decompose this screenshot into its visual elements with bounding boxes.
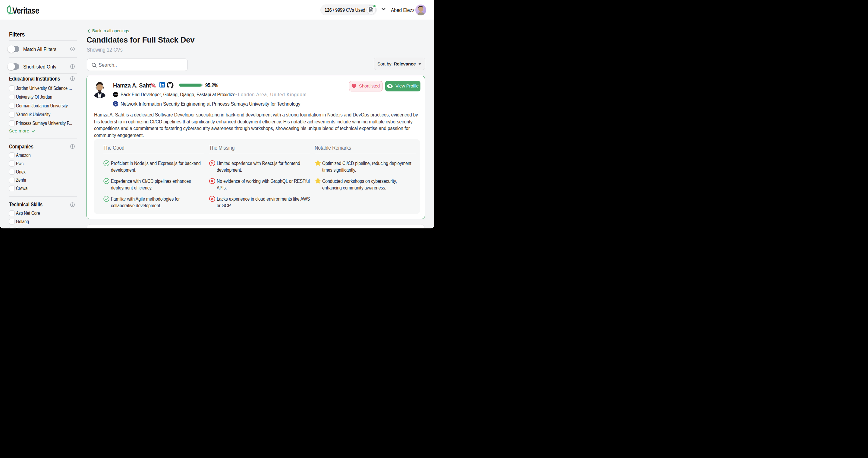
svg-text:Proxidize: Proxidize [114,94,118,95]
